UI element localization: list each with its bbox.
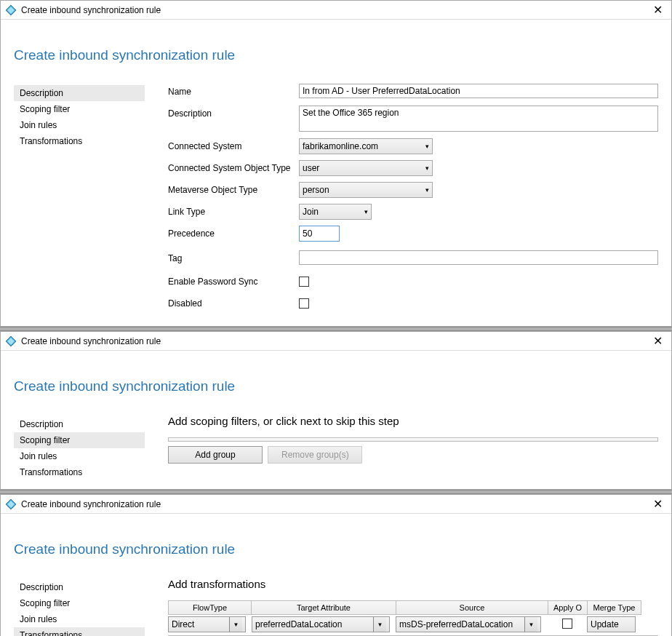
close-icon[interactable]: ✕: [649, 334, 667, 348]
sidebar-item-transformations[interactable]: Transformations: [14, 133, 145, 149]
sidebar-item-scoping[interactable]: Scoping filter: [14, 101, 145, 117]
table-row: Direct▼ preferredDataLocation▼ msDS-pref…: [168, 616, 658, 632]
label-connected-system: Connected System: [168, 138, 299, 151]
source-combo[interactable]: msDS-preferredDataLocation▼: [396, 616, 541, 632]
col-source: Source: [396, 600, 548, 615]
label-enablepwd: Enable Password Sync: [168, 274, 299, 287]
window-title: Create inbound synchronization rule: [21, 5, 649, 15]
enablepwd-checkbox[interactable]: [299, 277, 309, 287]
flowtype-combo[interactable]: Direct▼: [168, 616, 246, 632]
tag-input[interactable]: [299, 250, 658, 265]
scoping-subheading: Add scoping filters, or click next to sk…: [168, 415, 658, 427]
page-title: Create inbound synchronization rule: [14, 378, 658, 394]
sidebar-item-join[interactable]: Join rules: [14, 448, 145, 464]
scoping-panel: Add scoping filters, or click next to sk…: [168, 415, 658, 464]
app-icon: [5, 4, 17, 16]
transformations-panel: Add transformations FlowType Target Attr…: [168, 578, 658, 636]
titlebar: Create inbound synchronization rule ✕: [1, 1, 671, 20]
name-input[interactable]: [299, 84, 658, 98]
page-title: Create inbound synchronization rule: [14, 47, 658, 63]
sidebar-item-transformations[interactable]: Transformations: [14, 464, 145, 480]
window-title: Create inbound synchronization rule: [21, 499, 649, 509]
side-nav: Description Scoping filter Join rules Tr…: [14, 578, 145, 636]
close-icon[interactable]: ✕: [649, 497, 667, 511]
disabled-checkbox[interactable]: [299, 298, 309, 309]
sidebar-item-join[interactable]: Join rules: [14, 117, 145, 133]
side-nav: Description Scoping filter Join rules Tr…: [14, 84, 145, 149]
chevron-down-icon: ▼: [524, 617, 537, 632]
sidebar-item-description[interactable]: Description: [14, 579, 145, 595]
label-tag: Tag: [168, 250, 299, 263]
sidebar-item-transformations[interactable]: Transformations: [14, 627, 145, 636]
titlebar: Create inbound synchronization rule ✕: [1, 495, 671, 514]
sidebar-item-scoping[interactable]: Scoping filter: [14, 432, 145, 448]
column-headers: FlowType Target Attribute Source Apply O…: [168, 600, 658, 615]
mot-combo[interactable]: person ▾: [299, 182, 433, 198]
side-nav: Description Scoping filter Join rules Tr…: [14, 415, 145, 480]
description-input[interactable]: [299, 106, 658, 132]
window-scoping: Create inbound synchronization rule ✕ Cr…: [0, 331, 672, 490]
precedence-input[interactable]: [299, 226, 340, 242]
sidebar-item-join[interactable]: Join rules: [14, 611, 145, 627]
label-linktype: Link Type: [168, 204, 299, 217]
close-icon[interactable]: ✕: [649, 3, 667, 17]
app-icon: [5, 335, 17, 347]
remove-group-button[interactable]: Remove group(s): [268, 446, 362, 464]
chevron-down-icon: ▾: [421, 143, 429, 150]
col-flowtype: FlowType: [168, 600, 252, 615]
label-description: Description: [168, 106, 299, 119]
label-disabled: Disabled: [168, 295, 299, 309]
window-title: Create inbound synchronization rule: [21, 336, 649, 346]
target-combo[interactable]: preferredDataLocation▼: [252, 616, 390, 632]
label-mot: Metaverse Object Type: [168, 182, 299, 195]
sidebar-item-description[interactable]: Description: [14, 85, 145, 101]
chevron-down-icon: ▾: [360, 208, 368, 215]
chevron-down-icon: ▾: [421, 186, 429, 194]
window-transformations: Create inbound synchronization rule ✕ Cr…: [0, 494, 672, 636]
titlebar: Create inbound synchronization rule ✕: [1, 332, 671, 351]
add-group-button[interactable]: Add group: [168, 446, 263, 464]
sidebar-item-scoping[interactable]: Scoping filter: [14, 595, 145, 611]
label-csot: Connected System Object Type: [168, 160, 299, 173]
page-title: Create inbound synchronization rule: [14, 541, 658, 557]
linktype-combo[interactable]: Join ▾: [299, 204, 372, 220]
apply-once-checkbox[interactable]: [562, 619, 572, 629]
col-apply: Apply O: [548, 600, 588, 615]
chevron-down-icon: ▾: [421, 164, 429, 172]
sidebar-item-description[interactable]: Description: [14, 416, 145, 432]
col-merge: Merge Type: [587, 600, 641, 615]
chevron-down-icon: ▼: [373, 617, 386, 632]
chevron-down-icon: ▼: [229, 617, 242, 632]
connected-system-combo[interactable]: fabrikamonline.com ▾: [299, 138, 433, 154]
label-name: Name: [168, 84, 299, 97]
csot-combo[interactable]: user ▾: [299, 160, 433, 176]
label-precedence: Precedence: [168, 226, 299, 239]
description-form: Name Description Connected System fabrik…: [168, 84, 658, 317]
window-description: Create inbound synchronization rule ✕ Cr…: [0, 0, 672, 327]
trans-subheading: Add transformations: [168, 578, 658, 590]
app-icon: [5, 498, 17, 510]
merge-combo[interactable]: Update: [587, 616, 636, 632]
col-target: Target Attribute: [251, 600, 396, 615]
filter-list-empty: [168, 437, 658, 442]
